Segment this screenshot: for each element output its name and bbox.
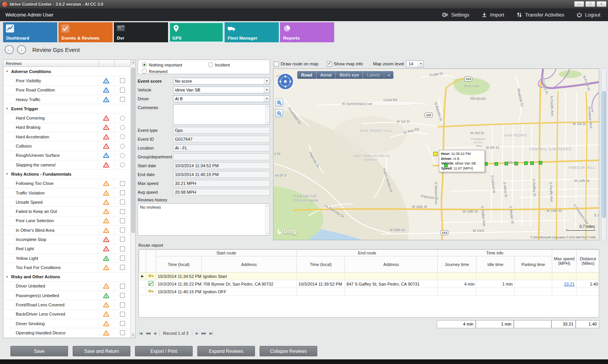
field-group-department[interactable] (173, 153, 270, 160)
review-item-poor-visibility[interactable]: Poor Visibility! (3, 76, 130, 85)
review-item-poor-lane-selection[interactable]: Poor Lane Selection! (3, 216, 130, 226)
review-checkbox[interactable] (120, 265, 125, 270)
review-checkbox[interactable] (120, 312, 125, 317)
reviews-history-box[interactable]: No reviews ▲▼ (138, 203, 270, 236)
tab-dvr[interactable]: Dvr (114, 22, 168, 42)
map-view-labels[interactable]: Labels (363, 71, 384, 79)
review-radio[interactable] (120, 134, 125, 139)
route-row[interactable]: 10/3/2014 11:35:22 PM708 Bynner Dr, San … (139, 280, 600, 288)
review-checkbox[interactable] (120, 88, 125, 93)
route-point-marker[interactable] (505, 162, 508, 165)
review-checkbox[interactable] (120, 321, 125, 326)
review-radio[interactable] (120, 162, 125, 167)
draw-route-checkbox[interactable]: Draw route on map (274, 61, 318, 66)
route-row[interactable]: 10/3/2014 11:40:15 PMIgnition OFF (139, 288, 600, 296)
field-end-date[interactable]: 10/3/2014 11:40:15 PM (173, 171, 270, 178)
route-point-marker[interactable] (515, 162, 518, 165)
route-start-marker[interactable] (433, 152, 438, 156)
review-radio[interactable] (120, 125, 125, 130)
classification-incident[interactable]: Incident (208, 62, 230, 67)
review-item-incomplete-stop[interactable]: Incomplete Stop! (3, 235, 130, 244)
review-item-yellow-light[interactable]: Yellow Light2 (3, 254, 130, 263)
tab-fleet[interactable]: Fleet Manager (225, 22, 279, 42)
button-collapse-reviews[interactable]: Collapse Reviews (260, 346, 317, 356)
review-item-back-driver-lens-covered[interactable]: Back/Driver Lens Covered! (3, 310, 130, 319)
field-avg-speed[interactable]: 20.98 MPH (173, 189, 270, 196)
review-checkbox[interactable] (120, 218, 125, 223)
review-item-driver-smoking[interactable]: Driver Smoking! (3, 319, 130, 328)
review-group-risky-actions-fundamentals[interactable]: ▼Risky Actions - Fundamentals (3, 170, 130, 179)
review-checkbox[interactable] (120, 190, 125, 195)
map-view-aerial[interactable]: Aerial (316, 71, 336, 79)
textarea-comments[interactable]: ▲▼ (173, 104, 270, 125)
tab-dashboard[interactable]: Dashboard (3, 22, 57, 42)
review-checkbox[interactable] (120, 78, 125, 83)
maximize-button[interactable]: □ (585, 1, 595, 7)
map-view-road[interactable]: Road (297, 71, 316, 79)
scroll-up-icon[interactable]: ▲ (131, 60, 135, 65)
review-radio[interactable] (120, 116, 125, 121)
review-item-front-road-lens-covered[interactable]: Front/Road Lens Covered! (3, 300, 130, 309)
field-start-date[interactable]: 10/3/2014 11:34:52 PM (173, 162, 270, 169)
review-checkbox[interactable] (120, 246, 125, 251)
button-export-print[interactable]: Export / Print (135, 346, 193, 356)
field-location[interactable]: Al - FL (173, 145, 270, 151)
route-point-marker[interactable] (444, 164, 448, 167)
review-checkbox[interactable] (120, 228, 125, 233)
next-page-button[interactable]: ▶▶ (202, 331, 206, 335)
review-checkbox[interactable] (120, 199, 125, 204)
route-point-marker[interactable] (524, 161, 528, 165)
reviews-scrollbar[interactable]: ▲ ▼ (130, 60, 135, 338)
review-item-traffic-violation[interactable]: Traffic Violation! (3, 188, 130, 198)
review-item-rough-uneven-surface[interactable]: Rough/Uneven Surface! (3, 151, 130, 160)
review-checkbox[interactable] (120, 256, 125, 261)
tab-events[interactable]: Events & Reviews (58, 22, 113, 42)
review-radio[interactable] (120, 153, 125, 158)
button-expand-reviews[interactable]: Expand Reviews (197, 346, 255, 356)
scrollbar[interactable]: ▲▼ (265, 204, 270, 235)
bing-map[interactable]: t Rd ETrudie DrPeck ParkMiralesteMirales… (273, 68, 599, 240)
prev-page-button[interactable]: ◀◀ (145, 331, 150, 335)
back-button[interactable]: ← (5, 45, 14, 54)
review-item-driver-unbelted[interactable]: Driver Unbelted! (3, 282, 130, 291)
review-item-failed-to-keep-an-out[interactable]: Failed to Keep an Out! (3, 207, 130, 216)
scroll-down-icon[interactable]: ▼ (131, 333, 135, 338)
zoom-level-select[interactable]: 14 ▼ (406, 60, 424, 67)
button-save[interactable]: Save (10, 346, 68, 356)
review-item-too-fast-for-conditions[interactable]: Too Fast For Conditions! (3, 263, 130, 272)
field-event-type[interactable]: Gps (173, 127, 270, 134)
right-panel-scrollbar[interactable] (601, 68, 606, 240)
tab-gps[interactable]: GPS (169, 22, 223, 42)
classification-reviewed[interactable]: Reviewed (142, 69, 167, 74)
review-item-unsafe-speed[interactable]: Unsafe Speed! (3, 198, 130, 207)
minimize-button[interactable]: — (574, 1, 584, 7)
map-compass-control[interactable] (277, 73, 294, 92)
last-record-button[interactable]: ▶| (210, 331, 212, 335)
review-checkbox[interactable] (120, 284, 125, 289)
review-radio[interactable] (120, 144, 125, 149)
review-item-red-light[interactable]: Red Light! (3, 244, 130, 254)
combo-driver[interactable]: Al B▼ (173, 95, 270, 102)
tab-reports[interactable]: Reports (280, 22, 334, 42)
action-settings[interactable]: ⚙⚙Settings (441, 12, 469, 18)
review-item-operating-handled-device[interactable]: Operating Handled Device! (3, 328, 130, 337)
review-checkbox[interactable] (120, 303, 125, 307)
route-point-marker[interactable] (495, 162, 498, 166)
field-max-speed[interactable]: 33.21 MPH (173, 180, 270, 187)
prev-record-button[interactable]: ◀ (153, 331, 156, 335)
close-button[interactable]: × (596, 1, 606, 7)
combo-vehicle[interactable]: idrive Van SB▼ (173, 86, 270, 93)
review-item-passenger-s-unbelted[interactable]: Passenger(s) Unbelted2 (3, 291, 130, 300)
review-item-hard-braking[interactable]: Hard Braking! (3, 123, 130, 132)
review-item-slapping-the-camera[interactable]: Slapping the camera!! (3, 160, 130, 170)
review-checkbox[interactable] (120, 181, 125, 186)
max-speed-link[interactable]: 33.21 (564, 282, 575, 286)
review-item-poor-road-condition[interactable]: Poor Road Condition! (3, 86, 130, 95)
field-event-id[interactable]: G017647 (173, 136, 270, 143)
next-record-button[interactable]: ▶ (196, 331, 198, 335)
combo-event-score[interactable]: No score▼ (173, 78, 270, 85)
route-point-marker[interactable] (530, 161, 534, 165)
review-item-in-other-s-blind-area[interactable]: In Other's Blind Area! (3, 226, 130, 235)
map-view-birdseye[interactable]: Bird's eye (336, 71, 363, 79)
review-item-collision[interactable]: Collision! (3, 141, 130, 151)
